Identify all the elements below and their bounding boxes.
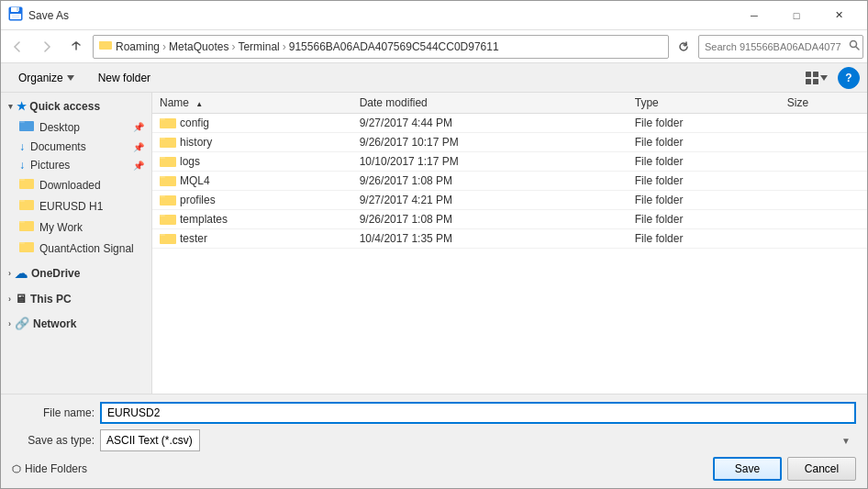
filename-input[interactable] — [100, 402, 856, 424]
sidebar-item-mywork[interactable]: My Work — [1, 217, 151, 238]
table-row[interactable]: profiles 9/27/2017 4:21 PM File folder — [152, 191, 867, 210]
sidebar-item-downloaded[interactable]: Downloaded — [1, 174, 151, 195]
cell-name: profiles — [152, 191, 352, 210]
filetype-row: Save as type: ASCII Text (*.csv) ▼ — [12, 429, 856, 451]
save-button[interactable]: Save — [713, 457, 782, 481]
col-name[interactable]: Name ▲ — [152, 93, 352, 114]
up-button[interactable] — [63, 34, 89, 60]
sidebar-item-quantaction[interactable]: QuantAction Signal — [1, 238, 151, 259]
hide-folders-label: Hide Folders — [25, 462, 87, 475]
table-row[interactable]: tester 10/4/2017 1:35 PM File folder — [152, 229, 867, 249]
thispc-section: › 🖥 This PC — [1, 288, 151, 309]
cell-date: 9/27/2017 4:21 PM — [352, 191, 628, 210]
breadcrumb-terminal[interactable]: Terminal › — [238, 40, 288, 53]
table-row[interactable]: logs 10/10/2017 1:17 PM File folder — [152, 152, 867, 172]
docs-arrow-icon: ↓ — [19, 140, 25, 153]
cell-name: MQL4 — [152, 172, 352, 191]
svg-rect-9 — [806, 72, 811, 77]
sidebar-item-desktop[interactable]: Desktop 📌 — [1, 117, 151, 138]
folder-mywork-icon — [19, 219, 34, 235]
cell-name: history — [152, 133, 352, 152]
cell-size — [780, 133, 867, 152]
help-button[interactable]: ? — [838, 67, 860, 89]
star-icon: ★ — [17, 100, 27, 113]
dialog-title: Save As — [28, 9, 733, 22]
search-input[interactable] — [698, 35, 863, 59]
pics-arrow-icon: ↓ — [19, 159, 25, 172]
breadcrumb-bar[interactable]: Roaming › MetaQuotes › Terminal › 915566… — [93, 35, 669, 59]
main-area: ▾ ★ Quick access Desktop 📌 ↓ Documents 📌 — [1, 93, 867, 394]
hide-folders-toggle[interactable]: Hide Folders — [12, 462, 87, 475]
sidebar-item-eurusd[interactable]: EURUSD H1 — [1, 195, 151, 217]
svg-rect-32 — [160, 195, 165, 197]
thispc-item[interactable]: › 🖥 This PC — [1, 288, 151, 309]
cell-type: File folder — [628, 172, 780, 191]
network-icon: 🔗 — [15, 317, 29, 330]
network-section: › 🔗 Network — [1, 313, 151, 334]
svg-rect-14 — [19, 121, 25, 123]
cell-size — [780, 114, 867, 133]
table-row[interactable]: history 9/26/2017 10:17 PM File folder — [152, 133, 867, 152]
quick-access-section: ▾ ★ Quick access Desktop 📌 ↓ Documents 📌 — [1, 96, 151, 259]
new-folder-button[interactable]: New folder — [88, 67, 161, 89]
table-row[interactable]: config 9/27/2017 4:44 PM File folder — [152, 114, 867, 133]
svg-rect-26 — [160, 138, 165, 139]
cancel-button[interactable]: Cancel — [787, 457, 856, 481]
chevron-right-icon3: › — [8, 319, 11, 328]
table-row[interactable]: MQL4 9/26/2017 1:08 PM File folder — [152, 172, 867, 191]
pin-icon-pics: 📌 — [133, 161, 144, 171]
back-button[interactable] — [5, 34, 30, 60]
breadcrumb-hash[interactable]: 915566BA06ADA407569C544CC0D97611 — [289, 40, 499, 53]
toolbar: Organize New folder ? — [1, 63, 867, 93]
svg-rect-6 — [99, 41, 104, 43]
table-row[interactable]: templates 9/26/2017 1:08 PM File folder — [152, 210, 867, 229]
folder-eurusd-icon — [19, 198, 34, 214]
title-bar: Save As ─ □ ✕ — [1, 1, 867, 30]
col-size[interactable]: Size — [780, 93, 867, 114]
onedrive-section: › ☁ OneDrive — [1, 262, 151, 284]
cell-type: File folder — [628, 229, 780, 249]
onedrive-icon: ☁ — [15, 266, 28, 281]
cell-name: templates — [152, 210, 352, 229]
sidebar: ▾ ★ Quick access Desktop 📌 ↓ Documents 📌 — [1, 93, 152, 394]
cell-type: File folder — [628, 114, 780, 133]
sidebar-item-pictures[interactable]: ↓ Pictures 📌 — [1, 156, 151, 174]
chevron-right-icon: › — [8, 269, 11, 278]
window-icon — [8, 6, 23, 24]
cell-type: File folder — [628, 210, 780, 229]
filename-row: File name: — [12, 402, 856, 424]
cell-type: File folder — [628, 133, 780, 152]
svg-rect-34 — [160, 215, 165, 217]
view-button[interactable] — [799, 67, 834, 89]
refresh-button[interactable] — [673, 36, 695, 58]
address-bar: Roaming › MetaQuotes › Terminal › 915566… — [1, 30, 867, 63]
folder-downloaded-icon — [19, 177, 34, 193]
cell-date: 9/26/2017 1:08 PM — [352, 210, 628, 229]
sidebar-item-documents[interactable]: ↓ Documents 📌 — [1, 138, 151, 156]
desktop-folder-icon — [19, 119, 34, 135]
filetype-label: Save as type: — [12, 434, 95, 447]
search-icon-button[interactable] — [849, 39, 860, 53]
breadcrumb-metaquotes[interactable]: MetaQuotes › — [169, 40, 238, 53]
organize-button[interactable]: Organize — [8, 67, 84, 89]
breadcrumb-roaming[interactable]: Roaming › — [116, 40, 169, 53]
breadcrumb-folder-icon — [99, 39, 112, 53]
filetype-select[interactable]: ASCII Text (*.csv) — [100, 429, 200, 451]
col-type[interactable]: Type — [628, 93, 780, 114]
close-button[interactable]: ✕ — [818, 1, 860, 30]
cell-type: File folder — [628, 191, 780, 210]
folder-quantaction-icon — [19, 240, 34, 256]
chevron-down-icon: ▾ — [8, 102, 13, 111]
quick-access-header[interactable]: ▾ ★ Quick access — [1, 96, 151, 117]
svg-rect-24 — [160, 118, 165, 120]
col-date[interactable]: Date modified — [352, 93, 628, 114]
minimize-button[interactable]: ─ — [733, 1, 775, 30]
svg-rect-20 — [19, 221, 25, 223]
file-list: Name ▲ Date modified Type Size — [152, 93, 867, 249]
forward-button[interactable] — [34, 34, 60, 60]
network-item[interactable]: › 🔗 Network — [1, 313, 151, 334]
onedrive-item[interactable]: › ☁ OneDrive — [1, 262, 151, 284]
maximize-button[interactable]: □ — [775, 1, 818, 30]
cell-size — [780, 191, 867, 210]
cell-size — [780, 229, 867, 249]
